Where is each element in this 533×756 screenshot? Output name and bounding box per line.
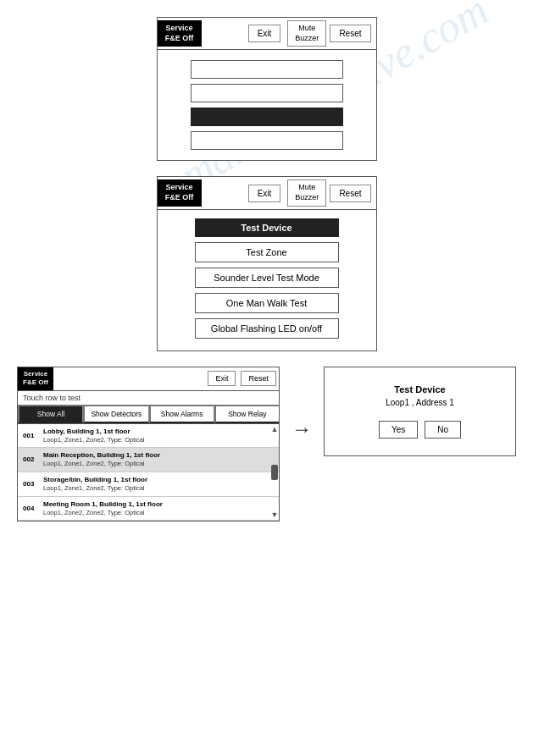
device-info-3: Storage/bin, Building 1, 1st floor Loop1… bbox=[43, 475, 267, 494]
menu-item-global-flashing[interactable]: Global Flashing LED on/off bbox=[195, 318, 339, 339]
device-name-2: Main Reception, Building 1, 1st floor bbox=[43, 450, 267, 460]
panel-1: Service F&E Off Exit Mute Buzzer Reset bbox=[157, 17, 377, 161]
panel2-service-badge: Service F&E Off bbox=[158, 179, 202, 206]
panel3-header: Service F&E Off Exit Reset bbox=[18, 367, 279, 391]
filter-show-detectors[interactable]: Show Detectors bbox=[83, 405, 148, 423]
touch-row-label: Touch row to test bbox=[18, 391, 279, 405]
display-row-1 bbox=[191, 60, 343, 79]
device-num-3: 003 bbox=[23, 479, 40, 488]
device-info-1: Lobby, Building 1, 1st floor Loop1, Zone… bbox=[43, 427, 267, 445]
menu-item-test-zone[interactable]: Test Zone bbox=[195, 242, 339, 262]
panel3-reset-button[interactable]: Reset bbox=[241, 371, 276, 386]
panel3-exit-button[interactable]: Exit bbox=[208, 371, 236, 386]
panel2-body: Test Device Test Zone Sounder Level Test… bbox=[158, 210, 376, 350]
device-row[interactable]: 003 Storage/bin, Building 1, 1st floor L… bbox=[18, 472, 279, 497]
display-row-dark bbox=[191, 108, 343, 126]
menu-item-one-man-walk[interactable]: One Man Walk Test bbox=[195, 293, 339, 313]
filter-row: Show All Show Detectors Show Alarms Show… bbox=[18, 405, 279, 424]
confirm-yes-button[interactable]: Yes bbox=[379, 421, 418, 439]
scroll-up-arrow[interactable]: ▲ bbox=[271, 426, 279, 433]
scroll-thumb[interactable] bbox=[271, 465, 278, 480]
panel-3: Service F&E Off Exit Reset Touch row to … bbox=[17, 367, 280, 522]
device-name-4: Meeting Room 1, Building 1, 1st floor bbox=[43, 499, 267, 509]
device-row[interactable]: 002 Main Reception, Building 1, 1st floo… bbox=[18, 448, 279, 472]
panel1-header: Service F&E Off Exit Mute Buzzer Reset bbox=[158, 18, 376, 50]
confirm-panel: Test Device Loop1 , Address 1 Yes No bbox=[324, 367, 516, 456]
arrow-icon: → bbox=[291, 417, 312, 441]
filter-show-relay[interactable]: Show Relay bbox=[214, 405, 279, 423]
panel2-header: Service F&E Off Exit Mute Buzzer Reset bbox=[158, 177, 376, 209]
panel2-reset-button[interactable]: Reset bbox=[330, 185, 370, 202]
page-container: manualarchive.com Service F&E Off Exit M… bbox=[0, 0, 533, 756]
device-row[interactable]: 001 Lobby, Building 1, 1st floor Loop1, … bbox=[18, 424, 279, 449]
scroll-down-arrow[interactable]: ▼ bbox=[271, 511, 279, 519]
device-name-3: Storage/bin, Building 1, 1st floor bbox=[43, 475, 267, 484]
device-detail-1: Loop1, Zone1, Zone2, Type: Optical bbox=[43, 436, 267, 445]
device-detail-3: Loop1, Zone1, Zone2, Type: Optical bbox=[43, 484, 267, 494]
confirm-subtitle-text: Loop1 , Address 1 bbox=[386, 398, 454, 407]
device-num-1: 001 bbox=[23, 431, 40, 440]
panel1-exit-button[interactable]: Exit bbox=[248, 25, 281, 42]
scrollbar[interactable]: ▲ ▼ bbox=[270, 424, 279, 521]
confirm-subtitle: Loop1 , Address 1 bbox=[338, 398, 502, 407]
device-detail-4: Loop1, Zone2, Zone2, Type: Optical bbox=[43, 509, 267, 518]
panel1-reset-button[interactable]: Reset bbox=[330, 25, 370, 42]
menu-title-button[interactable]: Test Device bbox=[195, 218, 339, 237]
confirm-title-text: Test Device bbox=[394, 384, 445, 395]
device-row[interactable]: 004 Meeting Room 1, Building 1, 1st floo… bbox=[18, 497, 279, 521]
device-detail-2: Loop1, Zone1, Zone2, Type: Optical bbox=[43, 460, 267, 469]
panel3-service-badge: Service F&E Off bbox=[18, 367, 53, 390]
panel2-mute-buzzer-button[interactable]: Mute Buzzer bbox=[287, 179, 326, 206]
panel2-exit-button[interactable]: Exit bbox=[248, 185, 281, 202]
device-name-1: Lobby, Building 1, 1st floor bbox=[43, 427, 267, 436]
device-info-4: Meeting Room 1, Building 1, 1st floor Lo… bbox=[43, 499, 267, 518]
device-info-2: Main Reception, Building 1, 1st floor Lo… bbox=[43, 450, 267, 469]
confirm-buttons: Yes No bbox=[338, 421, 502, 439]
filter-show-all[interactable]: Show All bbox=[18, 405, 83, 423]
panel-2: Service F&E Off Exit Mute Buzzer Reset T… bbox=[157, 176, 377, 350]
confirm-title: Test Device bbox=[338, 384, 502, 395]
panel1-mute-buzzer-button[interactable]: Mute Buzzer bbox=[287, 20, 326, 47]
panel1-service-badge: Service F&E Off bbox=[158, 20, 202, 47]
device-num-2: 002 bbox=[23, 455, 40, 464]
panel1-body bbox=[158, 50, 376, 160]
menu-item-sounder-level[interactable]: Sounder Level Test Mode bbox=[195, 268, 339, 288]
device-list: 001 Lobby, Building 1, 1st floor Loop1, … bbox=[18, 424, 279, 521]
display-row-4 bbox=[191, 131, 343, 150]
device-num-4: 004 bbox=[23, 504, 40, 513]
panel-wrapper: Service F&E Off Exit Mute Buzzer Reset bbox=[17, 17, 516, 521]
filter-show-alarms[interactable]: Show Alarms bbox=[149, 405, 214, 423]
display-row-2 bbox=[191, 84, 343, 102]
confirm-no-button[interactable]: No bbox=[425, 421, 461, 439]
bottom-section: Service F&E Off Exit Reset Touch row to … bbox=[17, 367, 516, 522]
